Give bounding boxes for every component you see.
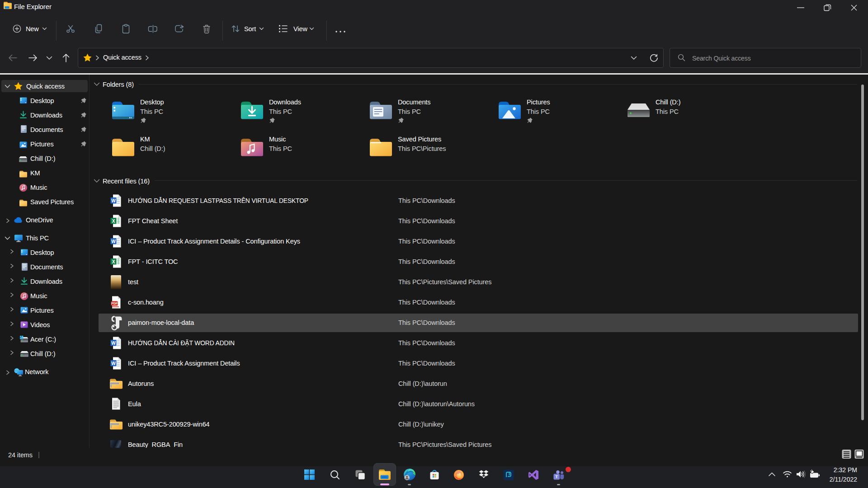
svg-text:T: T [555, 474, 558, 479]
